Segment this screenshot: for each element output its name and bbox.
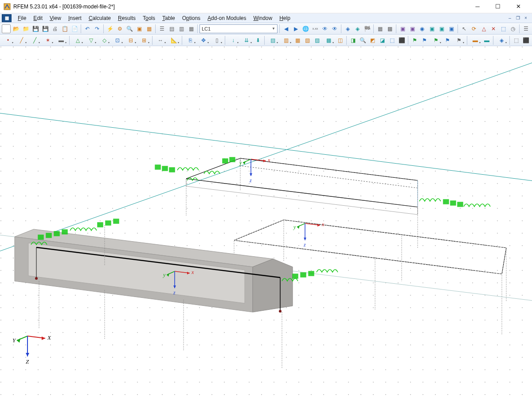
display-3-button[interactable]: ◩ — [368, 36, 377, 45]
select-tool-button[interactable]: ↖ — [460, 24, 469, 33]
measure-button[interactable]: 📐 — [168, 36, 180, 45]
loadcase-5-button[interactable]: ▨ — [313, 36, 321, 45]
open-file-button[interactable]: 📂 — [12, 24, 20, 33]
menu-file[interactable]: File — [14, 14, 30, 22]
eye1-button[interactable]: 👁 — [321, 24, 329, 33]
module-2-button[interactable]: ▣ — [408, 24, 417, 33]
line-tool-button[interactable]: ╱ — [15, 36, 27, 45]
support-1-button[interactable]: △ — [71, 36, 84, 45]
surface-tool-button[interactable]: ✶ — [42, 36, 54, 45]
list2-button[interactable]: ☰ — [521, 24, 530, 33]
triad-button[interactable]: △ — [479, 24, 488, 33]
list-view-button[interactable]: ☰ — [157, 24, 166, 33]
navigator-button[interactable]: ▥ — [177, 24, 186, 33]
load-3-button[interactable]: ⬇ — [254, 36, 262, 45]
mirror-tool-button[interactable]: ▯ — [211, 36, 223, 45]
table-button[interactable]: ▤ — [167, 24, 176, 33]
menu-view[interactable]: View — [46, 14, 65, 22]
globe-button[interactable]: 🌐 — [301, 24, 310, 33]
new-file-button[interactable]: ▫ — [2, 24, 11, 33]
panel-button[interactable]: ▦ — [187, 24, 196, 33]
undo-button[interactable]: ↶ — [83, 24, 92, 33]
zoom-extents-button[interactable]: ▦ — [145, 24, 153, 33]
module-5-button[interactable]: ▣ — [437, 24, 446, 33]
loadcase-2-button[interactable]: ▥ — [280, 36, 292, 45]
clock-button[interactable]: ◷ — [509, 24, 517, 33]
rotate-tool-button[interactable]: ⟳ — [469, 24, 478, 33]
print-preview-button[interactable]: 📋 — [60, 24, 69, 33]
calculate-button[interactable]: ⚙ — [115, 24, 124, 33]
redo-button[interactable]: ↷ — [93, 24, 102, 33]
flag-2-button[interactable]: ⚑ — [420, 36, 429, 45]
member-tool-button[interactable]: ╱ — [28, 36, 41, 45]
menu-window[interactable]: Window — [250, 14, 276, 22]
wire-button[interactable]: ⬚ — [512, 36, 520, 45]
iso-view-button[interactable]: ◈ — [343, 24, 352, 33]
module-6-button[interactable]: ▣ — [447, 24, 456, 33]
module-4-button[interactable]: ▣ — [427, 24, 436, 33]
dim-xxx-button[interactable]: x.xx — [311, 24, 320, 33]
next-loadcase-button[interactable]: ▶ — [291, 24, 300, 33]
module-3-button[interactable]: ◉ — [418, 24, 426, 33]
mdi-minimize-icon[interactable]: – — [506, 15, 513, 21]
lightning-button[interactable]: ⚡ — [106, 24, 114, 33]
app-menu-icon[interactable]: ▦ — [2, 14, 12, 22]
report-button[interactable]: 📄 — [70, 24, 79, 33]
mesh-button[interactable]: ▩ — [385, 24, 394, 33]
flag-3-button[interactable]: ⚑ — [430, 36, 442, 45]
detail-button[interactable]: ▣ — [135, 24, 144, 33]
display-4-button[interactable]: ◪ — [378, 36, 387, 45]
display-5-button[interactable]: ⬚ — [387, 36, 396, 45]
node-tool-button[interactable]: • — [2, 36, 14, 45]
loadcase-4-button[interactable]: ▧ — [303, 36, 312, 45]
support-3-button[interactable]: ◇ — [98, 36, 110, 45]
menu-insert[interactable]: Insert — [65, 14, 85, 22]
flag-4-button[interactable]: ⚑ — [443, 36, 452, 45]
loadcase-3-button[interactable]: ▦ — [293, 36, 302, 45]
eye2-button[interactable]: 👁 — [330, 24, 339, 33]
release-button[interactable]: ⊟ — [125, 36, 137, 45]
loadcase-combo[interactable]: LC1 ▼ — [200, 24, 278, 33]
menu-calculate[interactable]: Calculate — [85, 14, 114, 22]
solid-view-button[interactable]: ⬛ — [521, 36, 530, 45]
maximize-button[interactable]: ☐ — [488, 0, 508, 13]
view-cube-button[interactable]: ◈ — [495, 36, 508, 45]
axes-button[interactable]: ✕ — [489, 24, 498, 33]
open-recent-button[interactable]: 📁 — [21, 24, 30, 33]
move-tool-button[interactable]: ✥ — [197, 36, 210, 45]
save-button[interactable]: 💾 — [31, 24, 40, 33]
menu-options[interactable]: Options — [179, 14, 204, 22]
flag-button[interactable]: 🏁 — [363, 24, 372, 33]
minimize-button[interactable]: ─ — [467, 0, 488, 13]
result-1-button[interactable]: ▬ — [469, 36, 481, 45]
close-button[interactable]: ✕ — [508, 0, 528, 13]
menu-help[interactable]: Help — [276, 14, 294, 22]
flag-1-button[interactable]: ⚑ — [410, 36, 419, 45]
print-button[interactable]: 🖨 — [51, 24, 59, 33]
result-2-button[interactable]: ▬ — [482, 36, 491, 45]
prev-loadcase-button[interactable]: ◀ — [282, 24, 290, 33]
loadcase-6-button[interactable]: ▩ — [322, 36, 335, 45]
module-1-button[interactable]: ▣ — [398, 24, 407, 33]
menu-table[interactable]: Table — [159, 14, 179, 22]
display-6-button[interactable]: ⬛ — [397, 36, 406, 45]
grid-button[interactable]: ▦ — [376, 24, 384, 33]
menu-addon-modules[interactable]: Add-on Modules — [204, 14, 250, 22]
display-1-button[interactable]: ◨ — [348, 36, 357, 45]
load-2-button[interactable]: ⇊ — [240, 36, 253, 45]
menu-tools[interactable]: Tools — [139, 14, 159, 22]
solid-tool-button[interactable]: ▬ — [55, 36, 67, 45]
view-2-button[interactable]: ◈ — [353, 24, 362, 33]
model-viewport[interactable]: xyz xyz xyz X Y Z — [0, 46, 532, 399]
flag-5-button[interactable]: ⚑ — [453, 36, 465, 45]
loadcase-1-button[interactable]: ▤ — [266, 36, 279, 45]
hinge-button[interactable]: ⊡ — [111, 36, 124, 45]
save-as-button[interactable]: 💾 — [41, 24, 50, 33]
copy-tool-button[interactable]: ⎘ — [184, 36, 196, 45]
loadcase-7-button[interactable]: ◫ — [336, 36, 344, 45]
stiffness-button[interactable]: ⊞ — [138, 36, 150, 45]
support-2-button[interactable]: ▽ — [85, 36, 97, 45]
search-button[interactable]: 🔍 — [125, 24, 134, 33]
menu-edit[interactable]: Edit — [30, 14, 46, 22]
menu-results[interactable]: Results — [114, 14, 139, 22]
